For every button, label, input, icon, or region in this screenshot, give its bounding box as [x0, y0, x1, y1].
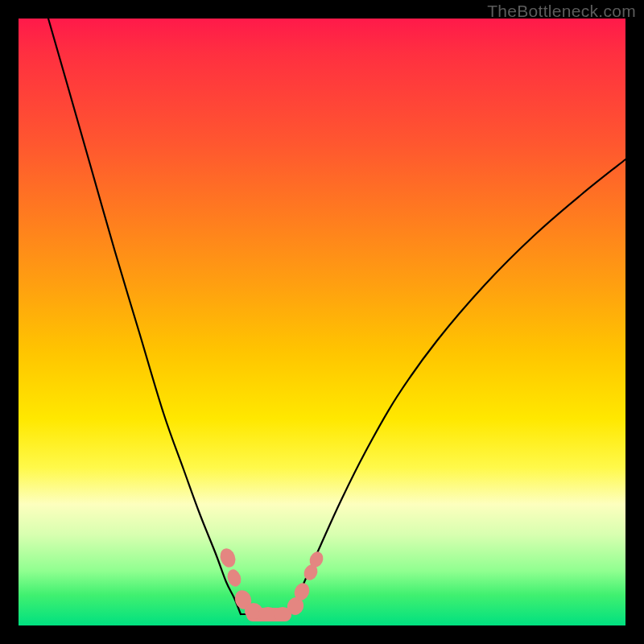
plot-area	[19, 19, 625, 625]
curve-left-branch	[48, 19, 241, 614]
chart-frame: TheBottleneck.com	[0, 0, 644, 644]
watermark-text: TheBottleneck.com	[487, 2, 636, 21]
curve-svg	[19, 19, 625, 625]
curve-right-branch	[292, 159, 625, 613]
